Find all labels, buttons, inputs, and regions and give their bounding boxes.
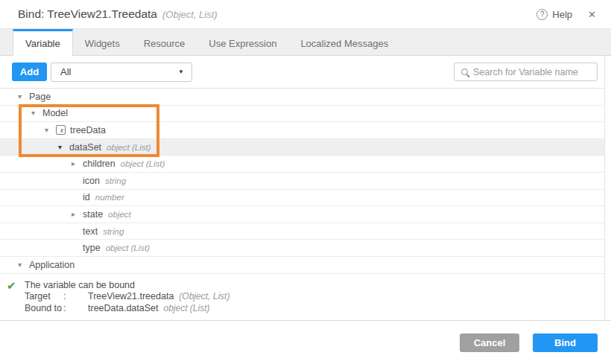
tab-label: Widgets [85,38,120,49]
tab-content: Add All ▼ ▾Page▾Model▾xtreeData▾dataSeto… [0,56,605,320]
tab-resource[interactable]: Resource [132,29,197,56]
tree-row-children[interactable]: ▸childrenobject (List) [0,156,604,173]
tab-bar: Variable Widgets Resource Use Expression… [0,28,611,56]
tree-row-icon[interactable]: iconstring [0,173,604,190]
tab-use-expression[interactable]: Use Expression [197,29,288,56]
help-icon: ? [536,9,548,20]
variable-toolbar: Add All ▼ [0,56,604,89]
bind-button[interactable]: Bind [533,333,598,352]
tab-label: Localized Messages [300,38,388,49]
tree-row-id[interactable]: idnumber [0,190,604,207]
tree-node-label: id [83,192,90,202]
tree-row-Model[interactable]: ▾Model [0,106,604,123]
dialog-title-type: (Object, List) [162,9,218,20]
header-actions: ? Help ✕ [536,9,596,20]
tab-variable[interactable]: Variable [13,29,73,56]
bind-dialog: Bind: TreeView21.Treedata (Object, List)… [0,0,611,364]
close-icon[interactable]: ✕ [588,9,596,20]
status-message: The variable can be bound [25,280,604,292]
status-colon: : [63,291,88,303]
tree-node-label: type [83,243,101,253]
cancel-button[interactable]: Cancel [460,333,519,352]
tree-row-treeData[interactable]: ▾xtreeData [0,122,604,139]
status-boundto-label: Bound to [25,303,63,315]
tree-row-dataSet[interactable]: ▾dataSetobject (List) [0,139,604,156]
dialog-title: Bind: TreeView21.Treedata [18,7,157,21]
tree-node-type: object (List) [107,143,151,152]
tree-node-label: text [83,226,98,237]
tree-node-label: Application [29,260,75,270]
footer-buttons: Cancel Bind [460,333,598,352]
tree-row-state[interactable]: ▸stateobject [0,206,604,223]
tab-label: Resource [144,38,186,49]
tab-localized-messages[interactable]: Localized Messages [288,29,400,56]
success-check-icon: ✔ [7,279,16,293]
search-input[interactable] [473,67,593,77]
status-boundto-type: object (List) [164,303,210,315]
tree-node-label: Model [42,108,68,118]
tree-row-Application[interactable]: ▾Application [0,257,604,274]
tree-node-type: string [103,227,124,236]
chevron-down-icon: ▼ [178,68,184,75]
help-button[interactable]: ? Help [536,9,572,20]
bind-status: ✔ The variable can be bound Target : Tre… [0,274,604,320]
status-boundto-value: treeData.dataSet [88,303,159,315]
status-target-label: Target [25,291,63,303]
help-label: Help [552,9,572,20]
status-target-value: TreeView21.treedata [88,291,174,303]
tree-node-label: dataSet [69,142,101,153]
tab-widgets[interactable]: Widgets [73,29,132,56]
variable-icon: x [56,125,66,135]
expand-arrow-icon[interactable]: ▸ [72,160,83,167]
tab-label: Variable [25,38,60,49]
tree-node-label: Page [29,92,51,102]
tree-row-type[interactable]: typeobject (List) [0,240,604,257]
tree-node-type: object [108,210,131,219]
search-icon [461,68,468,75]
status-target-row: Target : TreeView21.treedata (Object, Li… [25,291,604,303]
status-colon: : [63,303,88,315]
tree-node-label: icon [83,176,100,186]
search-box[interactable] [454,63,598,81]
tree-row-text[interactable]: textstring [0,223,604,240]
tree-node-type: object (List) [121,159,165,168]
tree-node-type: number [95,193,124,202]
tree-node-label: children [83,159,115,169]
tree-node-type: object (List) [106,243,150,252]
filter-selected-value: All [60,66,71,77]
collapse-arrow-icon[interactable]: ▾ [45,127,56,134]
variable-filter-select[interactable]: All ▼ [51,63,192,82]
collapse-arrow-icon[interactable]: ▾ [18,261,29,269]
tree-node-label: treeData [70,125,106,135]
tab-label: Use Expression [209,38,276,49]
collapse-arrow-icon[interactable]: ▾ [58,144,69,151]
tree-node-label: state [83,209,103,220]
tree-node-type: string [105,176,126,185]
dialog-footer: Cancel Bind [0,321,611,363]
collapse-arrow-icon[interactable]: ▾ [18,93,29,100]
dialog-header: Bind: TreeView21.Treedata (Object, List)… [0,0,611,28]
status-target-type: (Object, List) [179,291,229,303]
expand-arrow-icon[interactable]: ▸ [72,211,83,218]
collapse-arrow-icon[interactable]: ▾ [31,109,42,117]
tree-row-Page[interactable]: ▾Page [0,89,604,106]
add-button[interactable]: Add [12,63,47,81]
status-boundto-row: Bound to : treeData.dataSet object (List… [25,303,604,315]
variable-tree: ▾Page▾Model▾xtreeData▾dataSetobject (Lis… [0,89,604,274]
